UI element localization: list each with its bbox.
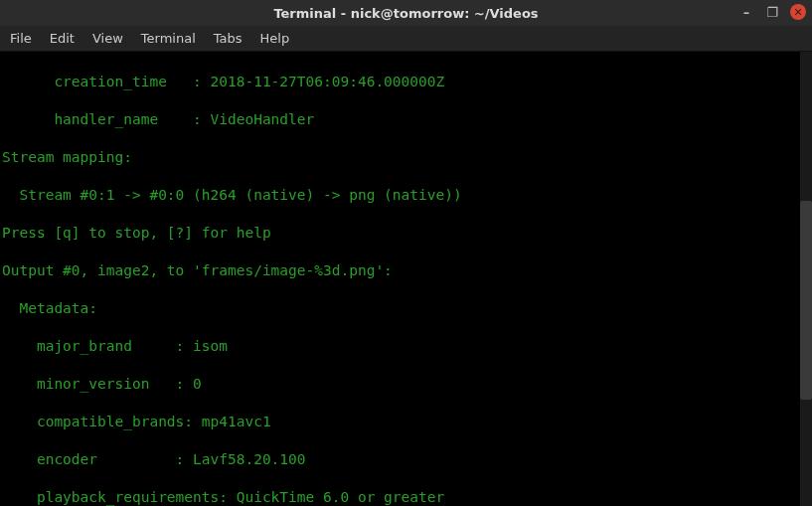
output-line: Stream #0:1 -> #0:0 (h264 (native) -> pn… (2, 186, 810, 205)
output-line: creation_time : 2018-11-27T06:09:46.0000… (2, 73, 810, 91)
output-line: handler_name : VideoHandler (2, 110, 810, 129)
output-line: compatible_brands: mp41avc1 (2, 413, 810, 431)
minimize-icon[interactable]: – (738, 4, 754, 20)
scrollbar-vertical[interactable] (800, 52, 812, 506)
menu-help[interactable]: Help (260, 31, 290, 46)
output-line: Output #0, image2, to 'frames/image-%3d.… (2, 261, 810, 280)
output-line: encoder : Lavf58.20.100 (2, 450, 810, 469)
output-line: Metadata: (2, 299, 810, 318)
output-line: Press [q] to stop, [?] for help (2, 224, 810, 243)
menu-edit[interactable]: Edit (50, 31, 75, 46)
scrollbar-thumb[interactable] (800, 201, 812, 400)
menu-file[interactable]: File (10, 31, 32, 46)
menu-tabs[interactable]: Tabs (214, 31, 243, 46)
menu-view[interactable]: View (92, 31, 123, 46)
window-titlebar: Terminal - nick@tomorrow: ~/Videos – ❐ ✕ (0, 0, 812, 26)
terminal-viewport[interactable]: creation_time : 2018-11-27T06:09:46.0000… (0, 52, 812, 506)
close-icon[interactable]: ✕ (790, 4, 806, 20)
window-controls: – ❐ ✕ (738, 4, 806, 20)
output-line: Stream mapping: (2, 148, 810, 167)
output-line: playback_requirements: QuickTime 6.0 or … (2, 488, 810, 506)
menu-terminal[interactable]: Terminal (141, 31, 196, 46)
menubar: File Edit View Terminal Tabs Help (0, 26, 812, 52)
maximize-icon[interactable]: ❐ (764, 4, 780, 20)
output-line: minor_version : 0 (2, 375, 810, 394)
output-line: major_brand : isom (2, 337, 810, 356)
window-title: Terminal - nick@tomorrow: ~/Videos (273, 6, 538, 21)
